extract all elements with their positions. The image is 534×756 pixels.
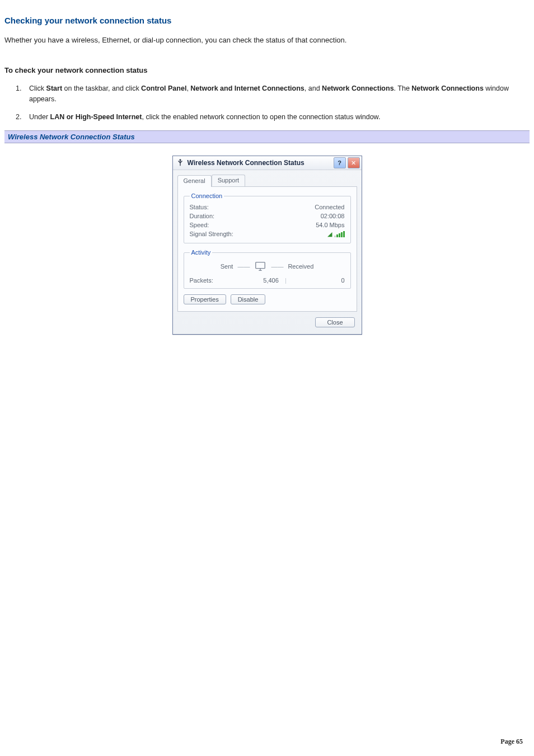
tab-panel-general: Connection Status: Connected Duration: 0… [177, 186, 357, 312]
text: Click [29, 84, 46, 92]
page-title: Checking your network connection status [4, 16, 530, 25]
dialog-title: Wireless Network Connection Status [188, 159, 332, 167]
dash-icon: —— [237, 263, 250, 270]
procedure-heading: To check your network connection status [4, 66, 530, 74]
figure: Wireless Network Connection Status ? ✕ G… [4, 156, 530, 335]
svg-point-0 [180, 159, 181, 161]
signal-strength-icon: ◢ [327, 231, 345, 237]
packets-label: Packets: [190, 277, 213, 284]
divider: | [285, 277, 287, 284]
duration-value: 02:00:08 [321, 213, 345, 219]
speed-label: Speed: [190, 222, 209, 228]
close-button[interactable]: ✕ [348, 157, 360, 168]
text: , click the enabled network connection t… [142, 113, 380, 121]
status-dialog: Wireless Network Connection Status ? ✕ G… [172, 156, 362, 335]
kw-network-connections-2: Network Connections [411, 84, 484, 92]
tab-support[interactable]: Support [212, 175, 246, 186]
received-label: Received [288, 263, 313, 270]
tab-row: General Support [177, 175, 357, 186]
tab-general[interactable]: General [177, 175, 212, 187]
disable-button[interactable]: Disable [231, 294, 266, 304]
page-num: 65 [516, 738, 523, 745]
figure-caption: Wireless Network Connection Status [4, 130, 530, 143]
monitor-icon [254, 260, 266, 273]
help-button[interactable]: ? [334, 157, 346, 168]
properties-button[interactable]: Properties [184, 294, 226, 304]
steps-list: Click Start on the taskbar, and click Co… [4, 83, 530, 123]
kw-network-internet: Network and Internet Connections [190, 84, 305, 92]
status-label: Status: [190, 204, 209, 210]
text: Under [29, 113, 50, 121]
speed-value: 54.0 Mbps [316, 222, 344, 228]
kw-network-connections: Network Connections [322, 84, 394, 92]
step-2: Under LAN or High-Speed Internet, click … [24, 112, 530, 123]
group-activity-legend: Activity [190, 249, 213, 256]
step-1: Click Start on the taskbar, and click Co… [24, 83, 530, 105]
close-dialog-button[interactable]: Close [315, 317, 354, 327]
duration-label: Duration: [190, 213, 215, 219]
titlebar: Wireless Network Connection Status ? ✕ [173, 156, 362, 170]
kw-start: Start [46, 84, 62, 92]
svg-rect-1 [256, 262, 265, 269]
text: on the taskbar, and click [62, 84, 141, 92]
signal-label: Signal Strength: [190, 231, 233, 237]
packets-sent: 5,406 [263, 277, 279, 284]
group-activity: Activity Sent —— —— Received [184, 249, 351, 289]
document-page: Checking your network connection status … [0, 0, 534, 756]
sent-label: Sent [221, 263, 233, 270]
text: , and [305, 84, 322, 92]
text: . The [394, 84, 412, 92]
page-number: Page 65 [500, 738, 523, 746]
group-connection-legend: Connection [190, 192, 224, 199]
antenna-icon [176, 159, 184, 167]
dash-icon: —— [271, 263, 283, 270]
packets-received: 0 [341, 277, 344, 284]
group-connection: Connection Status: Connected Duration: 0… [184, 192, 351, 243]
page-label: Page [500, 738, 516, 745]
intro-text: Whether you have a wireless, Ethernet, o… [4, 35, 530, 46]
kw-lan: LAN or High-Speed Internet [50, 113, 142, 121]
status-value: Connected [315, 204, 344, 210]
kw-control-panel: Control Panel [141, 84, 186, 92]
